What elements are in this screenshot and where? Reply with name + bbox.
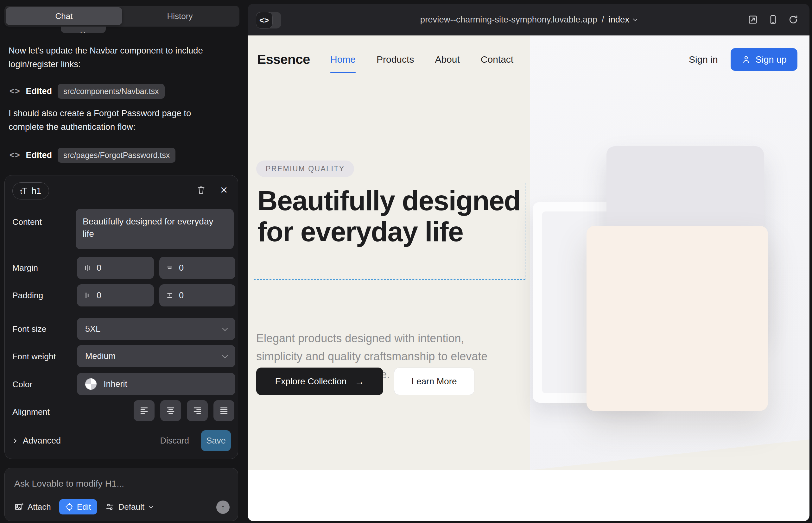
h1-selection-outline[interactable]: Beautifully designed for everyday life — [254, 183, 525, 280]
element-tag-label: h1 — [32, 186, 41, 196]
code-icon: <> — [10, 86, 20, 96]
edit-label: Edit — [77, 502, 91, 512]
smartphone-icon — [768, 14, 778, 25]
chevron-down-icon — [633, 16, 637, 21]
file-chip[interactable]: src/pages/ForgotPassword.tsx — [58, 148, 175, 163]
close-editor-button[interactable]: ✕ — [217, 184, 230, 196]
model-default-button[interactable]: Default — [105, 502, 153, 512]
arrow-right-icon: → — [355, 376, 364, 387]
font-size-select[interactable]: 5XL — [77, 318, 235, 340]
margin-y-input[interactable]: 0 — [159, 257, 235, 279]
explore-collection-button[interactable]: Explore Collection → — [256, 367, 383, 395]
chrome-actions — [747, 4, 799, 35]
send-button[interactable]: ↑ — [216, 501, 230, 514]
margin-horizontal-icon — [83, 264, 91, 272]
margin-x-input[interactable]: 0 — [77, 257, 154, 279]
align-left-icon — [139, 405, 149, 416]
discard-button[interactable]: Discard — [160, 436, 189, 446]
padding-horizontal-icon — [83, 291, 91, 300]
prompt-controls: Attach Edit Default — [14, 499, 153, 515]
padding-x-value: 0 — [96, 291, 101, 301]
external-link-icon — [747, 14, 758, 25]
tab-chat[interactable]: Chat — [6, 7, 122, 25]
sign-in-link[interactable]: Sign in — [689, 54, 718, 65]
premium-quality-badge: PREMIUM QUALITY — [256, 161, 354, 177]
align-center-button[interactable] — [160, 400, 181, 421]
advanced-row: Advanced Discard Save — [12, 430, 231, 451]
font-weight-label: Font weight — [12, 352, 56, 362]
tab-history[interactable]: History — [122, 7, 238, 25]
hero-heading[interactable]: Beautifully designed for everyday life — [254, 183, 522, 247]
align-justify-icon — [218, 405, 229, 416]
font-size-label: Font size — [12, 324, 47, 334]
chevron-down-icon — [222, 353, 228, 358]
save-button[interactable]: Save — [201, 430, 231, 451]
content-label: Content — [12, 217, 42, 227]
refresh-button[interactable] — [788, 14, 799, 25]
edited-file-row: <> Edited src/pages/ForgotPassword.tsx — [10, 146, 175, 164]
edited-label: Edited — [26, 86, 52, 96]
align-left-button[interactable] — [134, 400, 155, 421]
margin-vertical-icon — [166, 264, 174, 272]
prompt-input[interactable]: Ask Lovable to modify H1... — [14, 479, 124, 489]
file-chip[interactable]: src/components/Navbar.tsx — [58, 84, 165, 99]
trash-icon — [196, 185, 206, 195]
learn-more-button[interactable]: Learn More — [394, 367, 474, 395]
prompt-box[interactable]: Ask Lovable to modify H1... Attach — [4, 468, 238, 521]
font-weight-value: Medium — [85, 351, 116, 361]
nav-link-products[interactable]: Products — [376, 54, 414, 65]
chat-message: I should also create a Forgot Password p… — [8, 106, 227, 133]
attach-label: Attach — [28, 502, 51, 512]
browser-chrome: <> preview--charming-site-symphony.lovab… — [248, 4, 810, 35]
align-justify-button[interactable] — [213, 400, 234, 421]
attach-image-icon — [14, 502, 24, 511]
element-editor-panel: tT h1 ✕ Content Beautifully designed for… — [4, 175, 238, 459]
edit-mode-button[interactable]: Edit — [59, 499, 97, 515]
truncated-chip: .. — [61, 26, 106, 33]
cta-row: Explore Collection → Learn More — [256, 367, 474, 395]
advanced-toggle[interactable]: Advanced — [23, 436, 160, 446]
url-host: preview--charming-site-symphony.lovable.… — [420, 15, 597, 25]
selected-element-pill[interactable]: tT h1 — [12, 182, 49, 199]
url-bar[interactable]: preview--charming-site-symphony.lovable.… — [248, 4, 810, 35]
site-header: Essence Home Products About Contact Sign… — [248, 35, 810, 84]
font-size-value: 5XL — [85, 324, 100, 334]
padding-y-input[interactable]: 0 — [159, 284, 235, 306]
content-input[interactable]: Beautifully designed for everyday life — [76, 209, 234, 249]
align-right-button[interactable] — [187, 400, 208, 421]
padding-label: Padding — [12, 291, 43, 301]
align-right-icon — [192, 405, 203, 416]
url-path: index — [608, 15, 629, 25]
truncated-chip-dots: .. — [80, 29, 87, 31]
margin-y-value: 0 — [179, 263, 184, 273]
nav-link-about[interactable]: About — [435, 54, 460, 65]
delete-element-button[interactable] — [195, 184, 208, 196]
nav-link-contact[interactable]: Contact — [481, 54, 513, 65]
edited-file-row: <> Edited src/components/Navbar.tsx — [10, 82, 165, 100]
code-icon: <> — [10, 150, 20, 160]
explore-collection-label: Explore Collection — [275, 376, 347, 386]
padding-vertical-icon — [166, 291, 174, 300]
user-icon — [741, 55, 751, 64]
color-swatch — [85, 378, 96, 390]
chat-history-tabbar: Chat History — [4, 6, 240, 26]
chevron-right-icon — [12, 438, 17, 443]
font-weight-select[interactable]: Medium — [77, 345, 235, 367]
hero-section: Essence Home Products About Contact Sign… — [248, 35, 810, 470]
nav-link-home[interactable]: Home — [330, 54, 356, 65]
color-value: Inherit — [104, 379, 127, 389]
open-in-new-tab-button[interactable] — [747, 14, 758, 25]
padding-x-input[interactable]: 0 — [77, 284, 154, 306]
mobile-view-button[interactable] — [768, 14, 778, 25]
close-icon: ✕ — [220, 184, 228, 196]
chat-panel: Chat History .. Now let's update the Nav… — [0, 0, 244, 523]
site-viewport: Essence Home Products About Contact Sign… — [248, 35, 810, 521]
chevron-down-icon — [149, 504, 153, 508]
attach-button[interactable]: Attach — [14, 502, 51, 512]
sign-up-button[interactable]: Sign up — [730, 48, 797, 71]
color-label: Color — [12, 380, 32, 390]
color-select[interactable]: Inherit — [77, 373, 235, 395]
alignment-label: Alignment — [12, 407, 50, 417]
site-logo[interactable]: Essence — [257, 52, 310, 67]
margin-x-value: 0 — [96, 263, 101, 273]
